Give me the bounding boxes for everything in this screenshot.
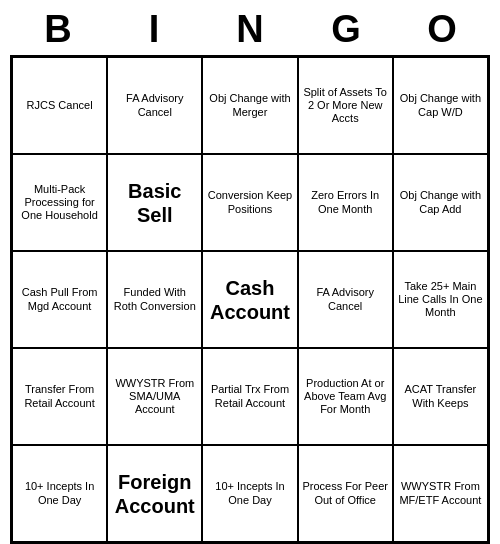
cell-r4-c2: 10+ Incepts In One Day bbox=[202, 445, 297, 542]
bingo-letter-N: N bbox=[206, 8, 294, 51]
cell-r1-c1: Basic Sell bbox=[107, 154, 202, 251]
bingo-letter-G: G bbox=[302, 8, 390, 51]
cell-r2-c1: Funded With Roth Conversion bbox=[107, 251, 202, 348]
cell-r4-c4: WWYSTR From MF/ETF Account bbox=[393, 445, 488, 542]
cell-r3-c2: Partial Trx From Retail Account bbox=[202, 348, 297, 445]
cell-r0-c1: FA Advisory Cancel bbox=[107, 57, 202, 154]
cell-r2-c3: FA Advisory Cancel bbox=[298, 251, 393, 348]
cell-r0-c3: Split of Assets To 2 Or More New Accts bbox=[298, 57, 393, 154]
cell-r0-c2: Obj Change with Merger bbox=[202, 57, 297, 154]
cell-r0-c0: RJCS Cancel bbox=[12, 57, 107, 154]
cell-r3-c4: ACAT Transfer With Keeps bbox=[393, 348, 488, 445]
cell-r2-c0: Cash Pull From Mgd Account bbox=[12, 251, 107, 348]
cell-r4-c1: Foreign Account bbox=[107, 445, 202, 542]
bingo-letter-O: O bbox=[398, 8, 486, 51]
bingo-letter-I: I bbox=[110, 8, 198, 51]
cell-r4-c3: Process For Peer Out of Office bbox=[298, 445, 393, 542]
cell-r2-c2: Cash Account bbox=[202, 251, 297, 348]
cell-r1-c0: Multi-Pack Processing for One Household bbox=[12, 154, 107, 251]
bingo-header: BINGO bbox=[10, 0, 490, 55]
bingo-letter-B: B bbox=[14, 8, 102, 51]
cell-r1-c4: Obj Change with Cap Add bbox=[393, 154, 488, 251]
cell-r3-c1: WWYSTR From SMA/UMA Account bbox=[107, 348, 202, 445]
cell-r3-c0: Transfer From Retail Account bbox=[12, 348, 107, 445]
cell-r2-c4: Take 25+ Main Line Calls In One Month bbox=[393, 251, 488, 348]
cell-r1-c2: Conversion Keep Positions bbox=[202, 154, 297, 251]
bingo-grid: RJCS CancelFA Advisory CancelObj Change … bbox=[10, 55, 490, 544]
cell-r4-c0: 10+ Incepts In One Day bbox=[12, 445, 107, 542]
cell-r0-c4: Obj Change with Cap W/D bbox=[393, 57, 488, 154]
cell-r1-c3: Zero Errors In One Month bbox=[298, 154, 393, 251]
cell-r3-c3: Production At or Above Team Avg For Mont… bbox=[298, 348, 393, 445]
